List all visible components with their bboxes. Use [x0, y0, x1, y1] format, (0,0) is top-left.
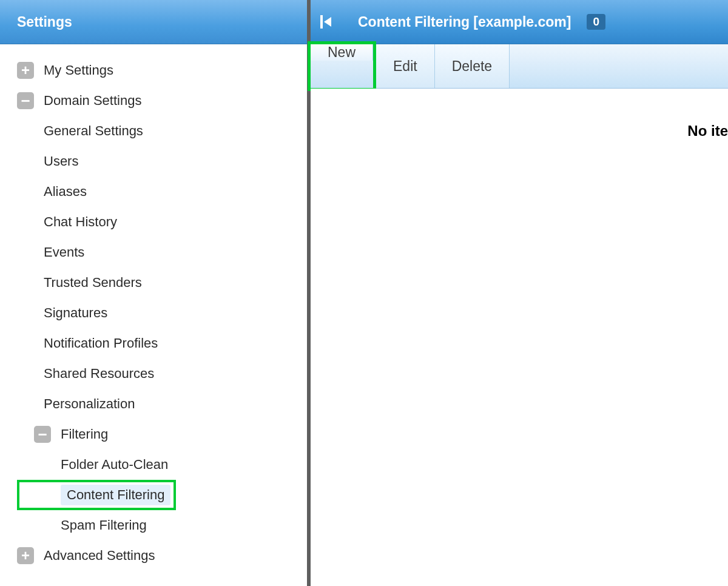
tree-label: Chat History: [44, 214, 117, 230]
highlight-box-new: New: [308, 41, 376, 91]
tree-item-spam-filtering[interactable]: Spam Filtering: [17, 510, 301, 541]
expand-icon[interactable]: [17, 62, 34, 79]
tree-label: Advanced Settings: [44, 548, 155, 564]
collapse-sidebar-icon[interactable]: [320, 15, 331, 29]
tree-label: Filtering: [61, 426, 108, 442]
content-area: No ite: [311, 89, 728, 586]
delete-button[interactable]: Delete: [435, 44, 510, 88]
tree-label: Personalization: [44, 396, 135, 412]
tree-item-signatures[interactable]: Signatures: [17, 298, 301, 328]
main-title: Content Filtering [example.com]: [358, 14, 571, 30]
sidebar-title: Settings: [0, 0, 307, 44]
tree-item-personalization[interactable]: Personalization: [17, 389, 301, 419]
tree-item-general-settings[interactable]: General Settings: [17, 116, 301, 146]
tree-item-folder-auto-clean[interactable]: Folder Auto-Clean: [17, 450, 301, 480]
settings-sidebar: Settings My Settings Domain Settings Gen…: [0, 0, 311, 586]
button-label: Delete: [452, 58, 492, 75]
tree-label: Domain Settings: [44, 93, 141, 109]
collapse-icon[interactable]: [34, 426, 51, 443]
tree-label: My Settings: [44, 62, 113, 78]
toolbar: New Edit Delete: [311, 44, 728, 89]
new-button[interactable]: New: [311, 44, 373, 61]
tree-item-notification-profiles[interactable]: Notification Profiles: [17, 328, 301, 359]
tree-item-shared-resources[interactable]: Shared Resources: [17, 359, 301, 389]
tree-item-my-settings[interactable]: My Settings: [17, 55, 301, 86]
tree-label: Notification Profiles: [44, 335, 158, 351]
expand-icon[interactable]: [17, 547, 34, 564]
item-count-badge: 0: [587, 14, 605, 30]
tree-item-trusted-senders[interactable]: Trusted Senders: [17, 268, 301, 298]
button-label: Edit: [393, 58, 417, 75]
tree-item-content-filtering[interactable]: Content Filtering: [17, 480, 176, 510]
sidebar-title-text: Settings: [17, 14, 72, 30]
tree-label: Content Filtering: [61, 485, 170, 505]
tree-label: Signatures: [44, 305, 107, 321]
button-label: New: [328, 44, 356, 61]
collapse-icon[interactable]: [17, 92, 34, 109]
tree-item-events[interactable]: Events: [17, 237, 301, 268]
tree-item-advanced-settings[interactable]: Advanced Settings: [17, 541, 301, 571]
tree-label: Trusted Senders: [44, 275, 142, 291]
empty-message: No ite: [687, 123, 728, 140]
tree-label: General Settings: [44, 123, 143, 139]
edit-button[interactable]: Edit: [376, 44, 435, 88]
tree-label: Folder Auto-Clean: [61, 457, 168, 473]
tree-label: Events: [44, 244, 84, 260]
main-header: Content Filtering [example.com] 0: [311, 0, 728, 44]
tree-label: Users: [44, 153, 78, 169]
tree-item-filtering[interactable]: Filtering: [17, 419, 301, 450]
settings-tree: My Settings Domain Settings General Sett…: [0, 44, 307, 586]
tree-label: Shared Resources: [44, 366, 154, 382]
tree-item-domain-settings[interactable]: Domain Settings: [17, 86, 301, 116]
main-panel: Content Filtering [example.com] 0 New Ed…: [311, 0, 728, 586]
tree-item-chat-history[interactable]: Chat History: [17, 207, 301, 237]
tree-item-users[interactable]: Users: [17, 146, 301, 177]
tree-item-aliases[interactable]: Aliases: [17, 177, 301, 207]
tree-label: Aliases: [44, 184, 87, 200]
tree-label: Spam Filtering: [61, 517, 147, 533]
